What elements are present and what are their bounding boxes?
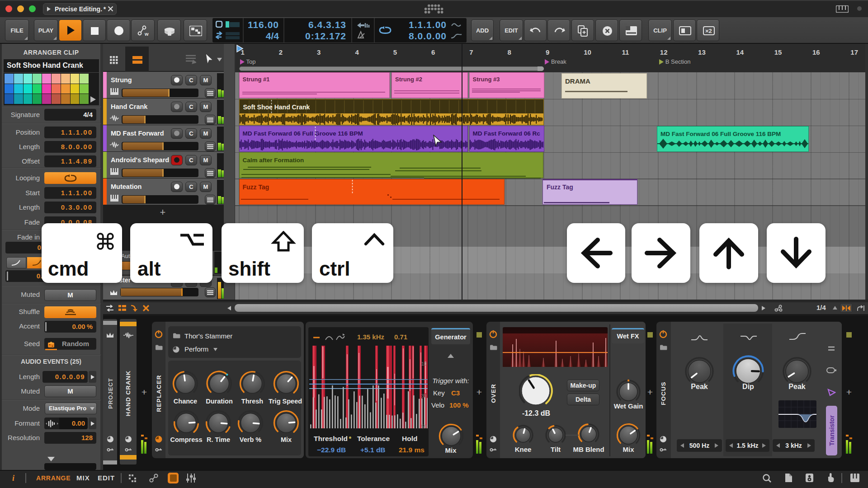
svg-text:w: w [144,31,149,37]
svg-text:×2: ×2 [705,28,712,34]
